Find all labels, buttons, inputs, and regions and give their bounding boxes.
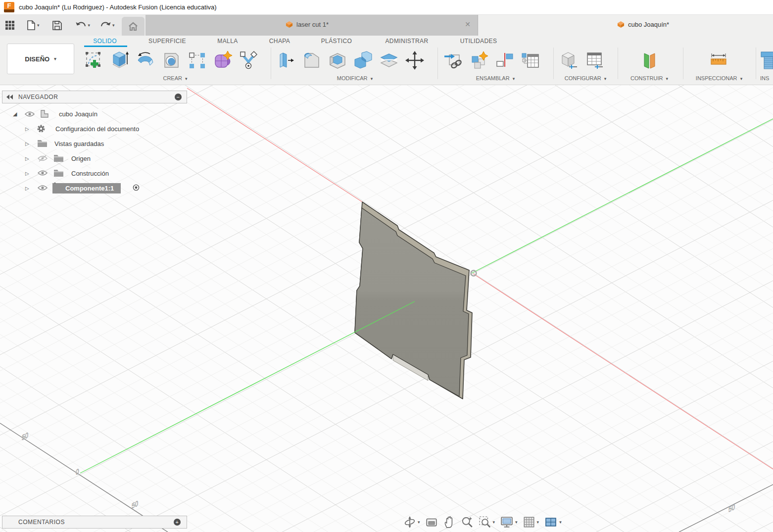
visibility-off-eye-icon[interactable]: [38, 155, 48, 162]
tree-item-label[interactable]: Construcción: [68, 168, 113, 179]
ribbon-tab-plastico[interactable]: PLÁSTICO: [321, 38, 352, 45]
split-body-button[interactable]: [378, 48, 400, 72]
expand-icon[interactable]: ▷: [25, 156, 29, 161]
redo-button[interactable]: ▾: [100, 21, 115, 30]
orbit-button[interactable]: ▾: [402, 515, 422, 530]
joint-icon: [495, 50, 515, 70]
dropdown-caret-icon: ▾: [493, 520, 495, 525]
visibility-eye-icon[interactable]: [38, 170, 48, 176]
viewport-canvas[interactable]: 50 0 50 50: [0, 85, 773, 532]
display-settings-icon: [500, 516, 514, 529]
dropdown-caret-icon: ▾: [371, 76, 373, 81]
fusion-window: F cubo Joaquín* (Lu Rodriguez) - Autodes…: [0, 0, 773, 532]
group-label-crear[interactable]: CREAR ▾: [83, 75, 267, 81]
ribbon-tab-superficie[interactable]: SUPERFICIE: [148, 38, 186, 45]
visibility-eye-icon[interactable]: [38, 185, 48, 191]
hole-button[interactable]: [160, 48, 182, 72]
ribbon-tab-malla[interactable]: MALLA: [217, 38, 238, 45]
group-label-inspeccionar[interactable]: INSPECCIONAR ▾: [689, 75, 749, 81]
revolve-button[interactable]: [135, 48, 156, 72]
zoom-window-button[interactable]: ▾: [477, 515, 497, 530]
generative-design-icon: [239, 50, 258, 70]
save-icon: [52, 21, 62, 30]
viewports-button[interactable]: ▾: [542, 515, 563, 530]
home-button[interactable]: [122, 17, 145, 36]
dropdown-caret-icon: ▾: [604, 76, 607, 81]
form-button[interactable]: [212, 48, 234, 72]
save-button[interactable]: [52, 21, 62, 30]
tree-item-label[interactable]: Vistas guardadas: [51, 139, 108, 149]
rectangular-pattern-button[interactable]: [186, 48, 208, 72]
combine-button[interactable]: [352, 48, 374, 72]
ribbon-tab-chapa[interactable]: CHAPA: [269, 38, 290, 45]
dropdown-caret-icon: ▾: [537, 520, 539, 525]
shell-icon: [328, 50, 347, 70]
group-label-configurar[interactable]: CONFIGURAR ▾: [556, 75, 615, 81]
press-pull-button[interactable]: [275, 48, 297, 72]
tree-item-label[interactable]: Configuración del documento: [52, 124, 144, 134]
close-tab-icon[interactable]: ✕: [465, 20, 471, 28]
new-component-icon: [469, 50, 489, 70]
configuration-table-icon: [585, 50, 605, 70]
grid-settings-button[interactable]: ▾: [521, 515, 541, 530]
folder-icon: [53, 154, 64, 162]
expand-icon[interactable]: ▷: [25, 126, 29, 132]
press-pull-icon: [276, 50, 296, 70]
extrude-button[interactable]: [109, 48, 131, 72]
generative-design-button[interactable]: [238, 48, 259, 72]
pan-button[interactable]: [441, 515, 457, 530]
tree-item-label[interactable]: Origen: [68, 153, 95, 164]
document-tab-laser-cut[interactable]: laser cut 1* ✕: [145, 15, 478, 36]
grid-settings-icon: [523, 516, 535, 529]
undo-button[interactable]: ▾: [76, 21, 91, 30]
fillet-button[interactable]: [301, 48, 323, 72]
create-sketch-icon: [84, 50, 104, 70]
file-menu-button[interactable]: ▾: [27, 20, 40, 30]
app-grid-button[interactable]: [5, 20, 15, 30]
minimize-panel-icon[interactable]: −: [175, 94, 182, 100]
group-label-modificar[interactable]: MODIFICAR ▾: [275, 75, 435, 81]
configure-button[interactable]: [558, 48, 580, 72]
design-workspace-menu[interactable]: DISEÑO ▾: [7, 44, 74, 74]
move-button[interactable]: [404, 48, 426, 72]
ribbon-tab-administrar[interactable]: ADMINISTRAR: [385, 38, 428, 45]
expand-icon[interactable]: ▷: [25, 171, 29, 176]
add-comment-icon[interactable]: +: [174, 519, 181, 526]
zoom-button[interactable]: [459, 515, 475, 530]
display-settings-button[interactable]: ▾: [498, 515, 519, 530]
insert-fastener-button[interactable]: [760, 48, 773, 72]
group-label-insertar-cut[interactable]: INS: [760, 75, 773, 81]
ribbon-tab-utilidades[interactable]: UTILIDADES: [460, 38, 497, 45]
dropdown-caret-icon: ▾: [513, 76, 515, 81]
configuration-table-button[interactable]: [584, 48, 606, 72]
joint-button[interactable]: [494, 48, 516, 72]
measure-button[interactable]: [708, 48, 729, 72]
construct-plane-button[interactable]: [638, 48, 660, 72]
dropdown-caret-icon: ▾: [88, 23, 91, 28]
document-tab-cubo-joaquin[interactable]: cubo Joaquín*: [479, 15, 773, 36]
collapse-panel-icon[interactable]: [6, 95, 13, 99]
group-label-ensamblar[interactable]: ENSAMBLAR ▾: [442, 75, 548, 81]
expand-icon[interactable]: ▷: [25, 141, 29, 146]
expand-open-icon[interactable]: ◢: [13, 111, 17, 117]
expand-icon[interactable]: ▷: [25, 186, 29, 191]
new-component-button[interactable]: [468, 48, 490, 72]
shell-button[interactable]: [327, 48, 348, 72]
activate-component-radio[interactable]: [132, 183, 141, 192]
gear-icon: [36, 124, 46, 134]
look-at-button[interactable]: [424, 515, 439, 530]
bom-table-button[interactable]: [520, 48, 541, 72]
navigator-header[interactable]: NAVEGADOR −: [2, 91, 187, 103]
viewports-icon: [544, 516, 558, 529]
insert-derive-button[interactable]: [442, 48, 464, 72]
visibility-eye-icon[interactable]: [25, 111, 35, 117]
tree-item-label[interactable]: cubo Joaquín: [56, 109, 102, 119]
group-crear: [83, 48, 259, 72]
comments-bar[interactable]: COMENTARIOS +: [2, 516, 187, 529]
create-sketch-button[interactable]: [83, 48, 105, 72]
tree-item-label-selected[interactable]: Componente1:1: [52, 183, 121, 193]
extrude-icon: [110, 50, 130, 70]
document-tab-title: cubo Joaquín*: [628, 21, 669, 28]
group-label-construir[interactable]: CONSTRUIR ▾: [620, 75, 679, 81]
ribbon-tab-solido[interactable]: SOLIDO: [93, 38, 117, 45]
